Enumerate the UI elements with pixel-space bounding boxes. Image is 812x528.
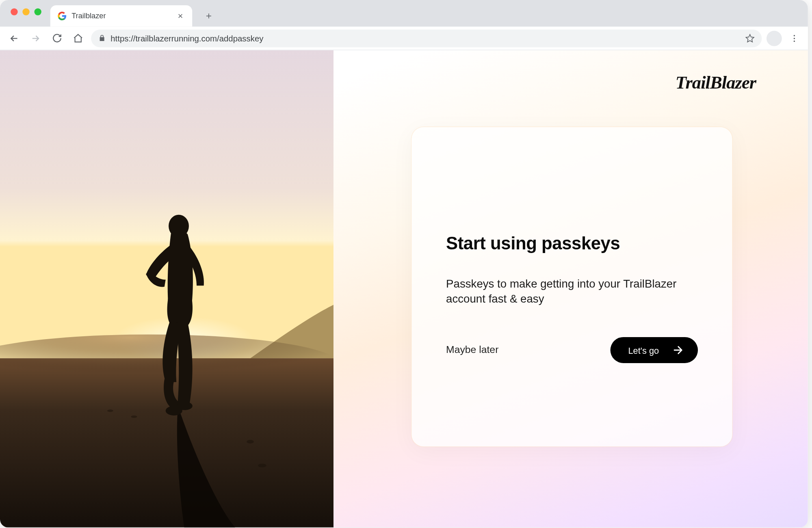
tab-strip: Trailblazer bbox=[0, 0, 808, 27]
lets-go-button[interactable]: Let's go bbox=[611, 337, 698, 363]
svg-point-12 bbox=[247, 440, 254, 444]
url-text: https://trailblazerrunning.com/addpasske… bbox=[110, 33, 741, 43]
tab-title: Trailblazer bbox=[71, 12, 171, 20]
back-button[interactable] bbox=[6, 30, 23, 47]
card-description: Passkeys to make getting into your Trail… bbox=[446, 276, 682, 307]
profile-avatar[interactable] bbox=[767, 30, 782, 46]
lock-icon bbox=[98, 34, 106, 42]
window-minimize-button[interactable] bbox=[22, 8, 29, 15]
page-content: TrailBlazer Start using passkeys Passkey… bbox=[0, 50, 808, 528]
home-button[interactable] bbox=[70, 30, 87, 47]
hero-image bbox=[0, 50, 333, 528]
browser-toolbar: https://trailblazerrunning.com/addpasske… bbox=[0, 27, 808, 50]
bookmark-star-icon[interactable] bbox=[745, 33, 755, 43]
new-tab-button[interactable] bbox=[201, 8, 217, 24]
maybe-later-link[interactable]: Maybe later bbox=[446, 344, 498, 356]
menu-button[interactable] bbox=[786, 30, 802, 46]
window-close-button[interactable] bbox=[11, 8, 17, 15]
svg-point-2 bbox=[794, 40, 795, 41]
lets-go-label: Let's go bbox=[628, 345, 659, 355]
right-panel: TrailBlazer Start using passkeys Passkey… bbox=[333, 50, 808, 528]
address-bar[interactable]: https://trailblazerrunning.com/addpasske… bbox=[91, 29, 762, 47]
svg-point-1 bbox=[794, 37, 795, 39]
forward-button[interactable] bbox=[27, 30, 44, 47]
svg-point-0 bbox=[794, 35, 795, 36]
brand-text: TrailBlazer bbox=[676, 72, 757, 93]
passkey-card: Start using passkeys Passkeys to make ge… bbox=[412, 127, 732, 446]
favicon-icon bbox=[57, 11, 67, 21]
card-title: Start using passkeys bbox=[446, 234, 698, 254]
browser-tab[interactable]: Trailblazer bbox=[50, 5, 192, 26]
reload-button[interactable] bbox=[48, 30, 65, 47]
svg-point-10 bbox=[107, 409, 113, 412]
window-maximize-button[interactable] bbox=[34, 8, 41, 15]
svg-point-13 bbox=[258, 464, 266, 467]
browser-window: Trailblazer https://trailblazerrunning.c… bbox=[0, 0, 808, 528]
brand-logo: TrailBlazer bbox=[676, 67, 794, 105]
card-actions: Maybe later Let's go bbox=[446, 337, 698, 363]
arrow-right-icon bbox=[672, 344, 684, 356]
window-controls bbox=[11, 8, 41, 15]
svg-point-9 bbox=[177, 402, 193, 410]
tab-close-button[interactable] bbox=[175, 11, 185, 21]
svg-point-11 bbox=[131, 415, 137, 418]
